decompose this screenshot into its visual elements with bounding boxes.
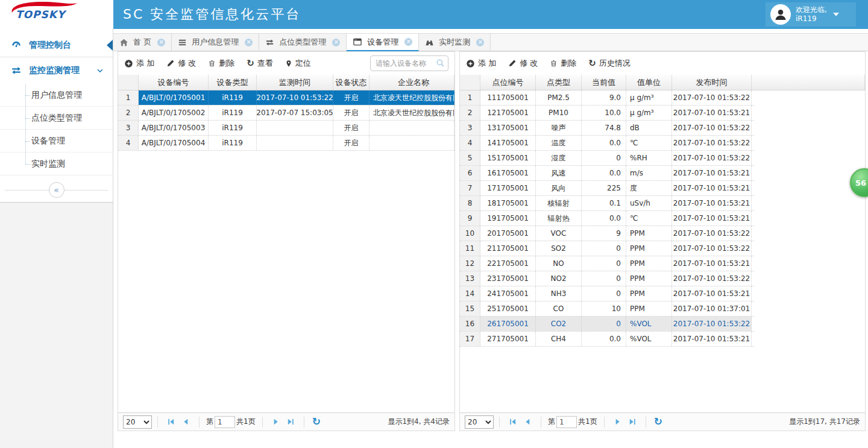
point-pager: 20 第 共1页 [460,412,865,431]
last-page-button[interactable] [628,417,637,426]
point-row[interactable]: 16 261705001 CO2 0 %VOL 2017-07-10 01:53… [460,317,754,332]
point-row[interactable]: 4 141705001 温度 0.0 ℃ 2017-07-10 01:53:22 [460,136,754,151]
close-tab-icon[interactable] [404,38,412,46]
user-greeting: 欢迎光临, iR119 [796,5,827,24]
sidebar-item-realtime[interactable]: 实时监测 [0,153,113,175]
cell-publish-time: 2017-07-10 01:53:22 [672,226,752,241]
cell-point-id: 141705001 [480,136,536,150]
header-monitor-time[interactable]: 监测时间 [257,75,333,90]
cell-device-type: iR119 [209,90,257,105]
point-row[interactable]: 12 221705001 NO 0 PPM 2017-07-10 01:53:2… [460,256,754,271]
record-count-info: 显示1到4, 共4记录 [388,417,450,427]
device-row[interactable]: 3 A/BJLT/0/1705003 iR119 开启 [118,121,454,136]
point-row[interactable]: 14 241705001 NH3 0 PPM 2017-07-10 01:53:… [460,286,754,301]
first-page-button[interactable] [508,417,517,426]
device-search [370,55,448,71]
header-index [460,75,480,90]
sidebar-item-point-type[interactable]: 点位类型管理 [0,107,113,130]
sidebar-item-user-info[interactable]: 用户信息管理 [0,84,113,107]
cell-publish-time: 2017-07-10 01:53:22 [672,90,752,105]
history-button[interactable]: ↻ 历史情况 [588,58,631,69]
user-menu[interactable]: 欢迎光临, iR119 [766,2,856,27]
header-device-type[interactable]: 设备类型 [209,75,257,90]
refresh-icon[interactable]: ↻ [654,417,662,427]
header-publish-time[interactable]: 发布时间 [672,75,752,90]
prev-page-button[interactable] [523,417,532,426]
header-device-id[interactable]: 设备编号 [139,75,209,90]
page-size-select[interactable]: 20 [123,415,152,429]
add-button[interactable]: 添 加 [466,58,496,69]
edit-button[interactable]: 修 改 [166,58,196,69]
point-row[interactable]: 6 161705001 风速 0.0 m/s 2017-07-10 01:53:… [460,166,754,181]
point-row[interactable]: 5 151705001 湿度 0 %RH 2017-07-10 01:53:22 [460,151,754,166]
cell-row-index: 14 [460,286,480,301]
locate-button[interactable]: 定位 [285,58,311,69]
search-icon[interactable] [436,58,445,69]
tab-user-info[interactable]: 用户信息管理 [172,34,259,51]
header-value-unit[interactable]: 值单位 [626,75,672,90]
point-row[interactable]: 15 251705001 CO 10 PPM 2017-07-10 01:37:… [460,301,754,317]
delete-button[interactable]: 删除 [208,58,234,69]
device-row[interactable]: 2 A/BJLT/0/1705002 iR119 2017-07-07 15:0… [118,106,454,121]
header-point-type[interactable]: 点类型 [536,75,582,90]
collapse-sidebar-button[interactable]: « [49,182,64,198]
sidebar-item-device[interactable]: 设备管理 [0,130,113,153]
delete-label: 删除 [561,58,576,69]
point-panel: 添 加 修 改 删除 ↻ [459,51,866,431]
device-toolbar: 添 加 修 改 删除 ↻ [118,52,454,75]
last-page-button[interactable] [286,417,295,426]
point-row[interactable]: 7 171705001 风向 225 度 2017-07-10 01:53:21 [460,181,754,196]
next-page-button[interactable] [271,417,280,426]
device-row[interactable]: 4 A/BJLT/0/1705004 iR119 开启 [118,136,454,151]
close-tab-icon[interactable] [332,39,340,46]
username: iR119 [796,14,817,23]
tab-home[interactable]: 首 页 [113,34,172,51]
header-point-id[interactable]: 点位编号 [480,75,536,90]
close-tab-icon[interactable] [476,39,484,46]
edit-button[interactable]: 修 改 [508,58,538,69]
cell-current-value: 0 [582,271,626,286]
sidebar-item-console[interactable]: 管理控制台 [0,33,113,57]
point-row[interactable]: 11 211705001 SO2 0 PPM 2017-07-10 01:53:… [460,241,754,256]
page-number-input[interactable] [215,416,235,428]
record-count-info: 显示1到17, 共17记录 [789,417,860,427]
add-button[interactable]: 添 加 [124,58,154,69]
view-label: 查看 [257,58,273,69]
tab-label: 实时监测 [439,37,470,48]
tab-realtime[interactable]: 实时监测 [419,34,491,51]
cell-point-type: PM2.5 [536,90,582,105]
tab-point-type[interactable]: 点位类型管理 [259,34,347,51]
close-tab-icon[interactable] [157,39,165,46]
point-row[interactable]: 2 121705001 PM10 10.0 μ g/m³ 2017-07-10 … [460,106,754,121]
point-row[interactable]: 3 131705001 噪声 74.8 dB 2017-07-10 01:53:… [460,121,754,136]
point-row[interactable]: 10 201705001 VOC 9 PPM 2017-07-10 01:53:… [460,226,754,241]
plus-circle-icon [124,59,133,68]
next-page-button[interactable] [613,417,622,426]
tab-label: 用户信息管理 [192,37,239,48]
point-row[interactable]: 13 231705001 NO2 0 PPM 2017-07-10 01:53:… [460,271,754,286]
cell-value-unit: PPM [626,256,672,271]
page-size-select[interactable]: 20 [465,415,494,429]
header-company[interactable]: 企业名称 [370,75,454,90]
point-row[interactable]: 8 181705001 核辐射 0.1 uSv/h 2017-07-10 01:… [460,196,754,211]
sidebar-item-label: 管理控制台 [29,40,71,51]
point-row[interactable]: 1 111705001 PM2.5 9.0 μ g/m³ 2017-07-10 … [460,90,754,106]
header-device-status[interactable]: 设备状态 [333,75,370,90]
repeat-icon [11,65,22,76]
person-icon [774,8,787,21]
first-page-button[interactable] [166,417,175,426]
cell-point-type: NH3 [536,286,582,301]
prev-page-button[interactable] [181,417,190,426]
header-current-value[interactable]: 当前值 [582,75,626,90]
point-row[interactable]: 9 191705001 辐射热 0.0 ℃ 2017-07-10 01:53:2… [460,211,754,226]
sidebar-item-monitor[interactable]: 监控监测管理 [0,57,113,84]
view-button[interactable]: ↻ 查看 [247,58,273,69]
delete-button[interactable]: 删除 [550,58,576,69]
device-row[interactable]: 1 A/BJLT/0/1705001 iR119 2017-07-10 01:5… [118,90,454,106]
refresh-icon[interactable]: ↻ [312,417,321,427]
cell-monitor-time [257,121,333,135]
tab-device[interactable]: 设备管理 [347,34,419,51]
page-number-input[interactable] [556,416,577,428]
point-row[interactable]: 17 271705001 CH4 0.0 %VOL 2017-07-10 01:… [460,332,754,347]
close-tab-icon[interactable] [245,39,253,46]
